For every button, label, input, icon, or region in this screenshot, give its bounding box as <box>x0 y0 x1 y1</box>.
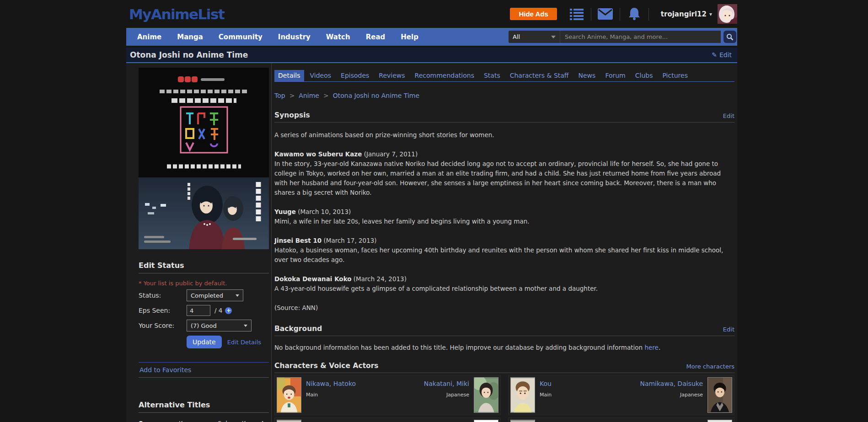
character-card: Katou, Maho Main Kimura, Tae Japanese ? <box>274 417 501 422</box>
entry-title: Yuuge <box>274 208 296 215</box>
tab-videos[interactable]: Videos <box>306 70 335 81</box>
header-divider <box>620 8 620 21</box>
entry-date: (January 7, 2011) <box>364 150 418 158</box>
site-container: MyAnimeList Hide Ads <box>126 0 737 422</box>
nav-item-help[interactable]: Help <box>401 33 418 41</box>
score-select[interactable]: (7) Good <box>187 320 252 331</box>
mail-icon[interactable] <box>598 7 613 21</box>
list-public-note: * Your list is public by default. <box>139 280 269 287</box>
voice-actor-language: Japanese <box>640 392 703 398</box>
voice-actor-info: Kimura, Tae Japanese <box>427 420 474 422</box>
nav-item-industry[interactable]: Industry <box>278 33 311 41</box>
tab-stats[interactable]: Stats <box>480 70 504 81</box>
score-row: Your Score: (7) Good <box>139 319 269 332</box>
character-image[interactable] <box>510 377 535 413</box>
character-role: Main <box>540 392 631 398</box>
nav-item-manga[interactable]: Manga <box>177 33 203 41</box>
synopsis-entry: Dokoka Dewanai Koko (March 24, 2013) A 4… <box>274 274 734 294</box>
add-to-favorites-link[interactable]: Add to Favorites <box>139 362 269 378</box>
entry-title: Jinsei Best 10 <box>274 237 321 244</box>
detail-tabs: Details Videos Episodes Reviews Recommen… <box>274 70 734 82</box>
tab-episodes[interactable]: Episodes <box>337 70 373 81</box>
search-input[interactable] <box>560 31 721 43</box>
bell-icon[interactable] <box>627 7 642 21</box>
tab-characters-staff[interactable]: Characters & Staff <box>506 70 573 81</box>
background-here-link[interactable]: here <box>644 344 658 351</box>
character-card: Kou Main Namikawa, Daisuke Japanese <box>508 375 734 415</box>
breadcrumb-anime[interactable]: Anime <box>299 92 319 99</box>
list-icon[interactable] <box>569 7 584 21</box>
synopsis-header: Synopsis Edit <box>274 111 734 123</box>
nav-item-watch[interactable]: Watch <box>326 33 350 41</box>
voice-actor-image[interactable] <box>707 377 732 413</box>
character-image[interactable] <box>277 420 301 422</box>
caret-down-icon <box>551 36 556 38</box>
update-row: Update Edit Details <box>139 336 269 348</box>
tab-details[interactable]: Details <box>274 70 304 81</box>
synopsis-intro: A series of animations based on prize-wi… <box>274 130 734 140</box>
synopsis-heading: Synopsis <box>274 111 310 119</box>
nav-item-anime[interactable]: Anime <box>137 33 161 41</box>
entry-text: Hatoko, a business woman, faces her upco… <box>274 246 723 263</box>
user-avatar[interactable] <box>718 4 737 24</box>
synonyms-line: Synonyms: Kawamo wo Suberu Kaze, A Wind … <box>139 419 269 422</box>
character-image[interactable] <box>510 420 535 422</box>
score-label: Your Score: <box>139 322 187 329</box>
title-edit-label: Edit <box>719 51 732 59</box>
background-header: Background Edit <box>274 325 734 336</box>
voice-actor-image[interactable] <box>474 377 498 413</box>
characters-header: Characters & Voice Actors More character… <box>274 362 734 373</box>
tab-news[interactable]: News <box>575 70 600 81</box>
synopsis-entry: Yuuge (March 10, 2013) Mimi, a wife in h… <box>274 207 734 226</box>
entry-date: (March 17, 2013) <box>324 237 377 244</box>
status-select[interactable]: Completed <box>187 289 243 301</box>
status-label: Status: <box>139 292 187 299</box>
breadcrumb-current[interactable]: Otona Joshi no Anime Time <box>333 92 419 99</box>
search-category-select[interactable]: All <box>509 31 560 43</box>
eps-total: / 4 <box>214 307 222 314</box>
character-name-link[interactable]: Kou <box>540 380 552 387</box>
tab-forum[interactable]: Forum <box>601 70 629 81</box>
voice-actor-placeholder-image[interactable]: ? <box>474 420 498 422</box>
character-role: Main <box>306 392 415 398</box>
character-card: Noriko's Sister Supporting <box>508 417 734 422</box>
voice-actor-language: Japanese <box>424 392 469 398</box>
breadcrumb-top[interactable]: Top <box>274 92 285 99</box>
breadcrumb-separator: > <box>289 92 295 99</box>
character-image[interactable] <box>277 377 301 413</box>
voice-actor-name-link[interactable]: Nakatani, Miki <box>424 380 469 387</box>
tab-pictures[interactable]: Pictures <box>659 70 691 81</box>
main-navbar: Anime Manga Community Industry Watch Rea… <box>126 28 737 46</box>
synopsis-edit-link[interactable]: Edit <box>723 112 734 119</box>
plus-circle-icon[interactable]: + <box>225 307 232 314</box>
status-value: Completed <box>191 292 223 299</box>
background-edit-link[interactable]: Edit <box>723 326 734 333</box>
entry-text: In the story, 33-year-old Kanazawa nativ… <box>274 160 721 196</box>
edit-details-link[interactable]: Edit Details <box>227 339 261 346</box>
tab-reviews[interactable]: Reviews <box>375 70 408 81</box>
nav-item-read[interactable]: Read <box>366 33 386 41</box>
characters-grid: Nikawa, Hatoko Main Nakatani, Miki Japan… <box>274 375 734 422</box>
update-button[interactable]: Update <box>187 336 222 348</box>
username-menu[interactable]: trojangirl12 <box>661 10 707 18</box>
eps-seen-label: Eps Seen: <box>139 307 187 314</box>
anime-poster-image[interactable] <box>139 68 269 249</box>
entry-text: Mimi, a wife in her late 20s, leaves her… <box>274 218 530 225</box>
tab-clubs[interactable]: Clubs <box>632 70 657 81</box>
caret-down-icon: ▾ <box>709 11 712 17</box>
search-button[interactable] <box>723 31 736 43</box>
nav-item-community[interactable]: Community <box>219 33 263 41</box>
more-characters-link[interactable]: More characters <box>686 363 734 370</box>
tab-recommendations[interactable]: Recommendations <box>411 70 478 81</box>
character-name-link[interactable]: Nikawa, Hatoko <box>306 380 356 387</box>
myanimelist-logo[interactable]: MyAnimeList <box>126 6 224 22</box>
synopsis-body: A series of animations based on prize-wi… <box>274 130 734 313</box>
status-row: Status: Completed <box>139 289 269 302</box>
voice-actor-image[interactable] <box>707 420 732 422</box>
eps-seen-input[interactable] <box>187 305 210 316</box>
title-edit-link[interactable]: ✎ Edit <box>712 51 732 59</box>
hide-ads-button[interactable]: Hide Ads <box>510 8 557 20</box>
voice-actor-name-link[interactable]: Namikawa, Daisuke <box>640 380 703 387</box>
alternative-titles-heading: Alternative Titles <box>139 401 269 413</box>
page-title: Otona Joshi no Anime Time <box>130 50 248 59</box>
